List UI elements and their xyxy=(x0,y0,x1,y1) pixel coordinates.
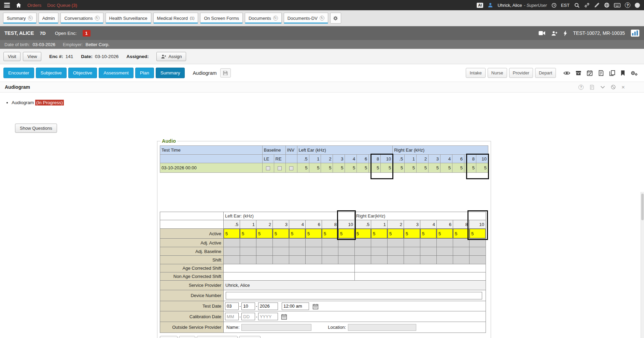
tab-summary[interactable]: Summary↻ xyxy=(3,13,37,24)
ai-badge[interactable]: AI xyxy=(477,3,483,8)
hamburger-menu-icon[interactable] xyxy=(4,2,10,9)
active-left-1-input[interactable] xyxy=(240,229,256,238)
audiogram-result-row[interactable]: 03-10-2026 00:00 5555555555555555 xyxy=(160,163,488,173)
active-left-8-input[interactable] xyxy=(322,229,338,238)
form-content-area: Audiogram (In Progress) Show Questions A… xyxy=(0,99,644,338)
lightning-bolt-icon[interactable] xyxy=(563,30,567,36)
assign-button[interactable]: Assign xyxy=(156,52,186,61)
graph-button[interactable]: Graph xyxy=(239,336,260,338)
active-right-6-input[interactable] xyxy=(437,229,453,238)
disable-icon[interactable] xyxy=(611,85,616,89)
open-encounter-count-badge[interactable]: 1 xyxy=(83,30,90,37)
active-right-1-input[interactable] xyxy=(371,229,387,238)
archive-drawer-icon[interactable] xyxy=(575,70,582,76)
keyboard-icon[interactable] xyxy=(614,3,620,8)
stage-button-provider[interactable]: Provider xyxy=(509,68,533,78)
orders-link[interactable]: Orders xyxy=(27,3,41,8)
close-icon[interactable]: × xyxy=(621,84,625,90)
calibration-year-input[interactable] xyxy=(258,313,278,320)
refresh-icon[interactable]: ↻ xyxy=(320,16,324,20)
syringe-icon[interactable] xyxy=(594,2,600,8)
home-icon[interactable] xyxy=(16,2,22,8)
tab-health-surveillance[interactable]: Health Surveillance xyxy=(106,13,151,24)
link-icon[interactable] xyxy=(584,2,590,8)
save-button[interactable] xyxy=(220,68,231,78)
stage-button-intake[interactable]: Intake xyxy=(466,68,485,78)
outside-location-input[interactable] xyxy=(348,324,416,331)
refresh-icon[interactable]: ↻ xyxy=(28,16,33,20)
settings-gears-icon[interactable] xyxy=(630,70,638,76)
user-icon[interactable] xyxy=(488,2,493,8)
open-encounter-label: Open Enc: xyxy=(55,31,77,36)
outside-name-input[interactable] xyxy=(241,324,311,331)
globe-icon[interactable] xyxy=(604,2,610,8)
soap-nav-subjective[interactable]: Subjective xyxy=(36,68,67,78)
active-left-6-cell xyxy=(306,229,322,239)
soap-nav-objective[interactable]: Objective xyxy=(68,68,97,78)
active-right-4-input[interactable] xyxy=(420,229,436,238)
soap-nav-plan[interactable]: Plan xyxy=(135,68,154,78)
search-icon[interactable] xyxy=(574,2,580,8)
stage-button-depart[interactable]: Depart xyxy=(535,68,556,78)
refresh-icon[interactable]: ↻ xyxy=(273,16,278,20)
result-right-5: 5 xyxy=(393,163,405,173)
section-help-icon[interactable]: ? xyxy=(578,85,584,90)
edit-button[interactable]: Edit xyxy=(179,336,195,338)
doc-queue-link[interactable]: Doc Queue(3) xyxy=(47,3,77,8)
soap-nav-assessment[interactable]: Assessment xyxy=(99,68,134,78)
tab-documents-dv[interactable]: Documents-DV↻ xyxy=(284,13,328,24)
section-book-icon[interactable] xyxy=(589,85,594,90)
device-number-input[interactable] xyxy=(226,292,482,299)
ledger-document-icon[interactable] xyxy=(598,70,604,76)
stage-button-nurse[interactable]: Nurse xyxy=(488,68,507,78)
calibration-date-calendar-icon[interactable] xyxy=(281,314,287,320)
clock-icon[interactable] xyxy=(551,3,557,8)
scrollbar-thumb[interactable] xyxy=(641,194,644,220)
tab-conversations[interactable]: Conversations↻ xyxy=(60,13,103,24)
test-date-calendar-icon[interactable] xyxy=(312,304,319,310)
active-right-10-cell xyxy=(470,229,486,239)
add-person-icon[interactable] xyxy=(551,31,558,36)
help-icon[interactable]: ? xyxy=(625,2,630,8)
test-date-year-input[interactable] xyxy=(258,302,278,310)
tab-admin[interactable]: Admin xyxy=(39,13,59,24)
tab-medical-record[interactable]: Medical Record(1) xyxy=(153,13,198,24)
visit-button[interactable]: Visit xyxy=(3,52,20,61)
active-right-5-input[interactable] xyxy=(355,229,371,238)
chart-stats-icon[interactable] xyxy=(631,29,640,37)
test-date-month-input[interactable] xyxy=(225,302,239,310)
view-button[interactable]: View xyxy=(23,52,41,61)
test-time-input[interactable] xyxy=(282,302,309,310)
calibration-month-input[interactable] xyxy=(225,313,239,320)
new-button[interactable]: New xyxy=(160,336,178,338)
test-date-day-input[interactable] xyxy=(241,302,255,310)
active-left-10-input[interactable] xyxy=(338,229,354,238)
calibration-day-input[interactable] xyxy=(241,313,255,320)
active-right-10-input[interactable] xyxy=(470,229,486,238)
show-questions-button[interactable]: Show Questions xyxy=(15,124,57,133)
tab-label: On Screen Forms xyxy=(204,16,239,21)
tab-on-screen-forms[interactable]: On Screen Forms xyxy=(200,13,243,24)
soap-nav-summary[interactable]: Summary xyxy=(156,68,185,78)
active-right-2-input[interactable] xyxy=(388,229,404,238)
refresh-icon[interactable]: ↻ xyxy=(95,16,100,20)
active-left-3-input[interactable] xyxy=(273,229,289,238)
bookmark-icon[interactable] xyxy=(620,70,625,76)
tab-documents[interactable]: Documents↻ xyxy=(245,13,282,24)
collapse-chevron-icon[interactable] xyxy=(600,86,605,89)
tab-count-badge: (1) xyxy=(190,16,194,20)
video-camera-icon[interactable] xyxy=(538,31,545,36)
soap-nav-encounter[interactable]: Encounter xyxy=(3,68,34,78)
baseline-history-button[interactable]: Baseline History xyxy=(197,336,238,338)
active-right-8-input[interactable] xyxy=(453,229,469,238)
active-right-3-input[interactable] xyxy=(404,229,420,238)
active-left-6-input[interactable] xyxy=(306,229,322,238)
copy-documents-icon[interactable] xyxy=(609,70,615,76)
active-left-5-input[interactable] xyxy=(224,229,240,238)
vertical-scrollbar[interactable] xyxy=(641,192,644,338)
active-left-4-input[interactable] xyxy=(289,229,305,238)
calendar-check-icon[interactable] xyxy=(587,70,593,76)
preview-eye-icon[interactable] xyxy=(563,71,570,75)
tab-settings-gear-button[interactable] xyxy=(330,13,341,24)
active-left-2-input[interactable] xyxy=(256,229,272,238)
